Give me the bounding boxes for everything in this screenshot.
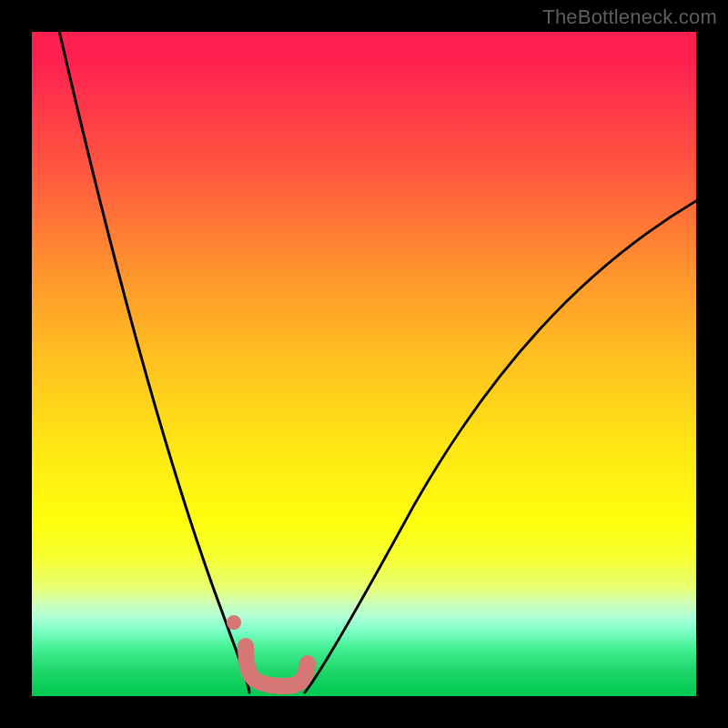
curve-right	[305, 196, 705, 693]
blob-dot	[227, 615, 241, 630]
curve-left	[57, 23, 249, 693]
blob-stroke	[246, 646, 308, 686]
chart-svg	[32, 32, 696, 696]
watermark-text: TheBottleneck.com	[542, 5, 717, 29]
